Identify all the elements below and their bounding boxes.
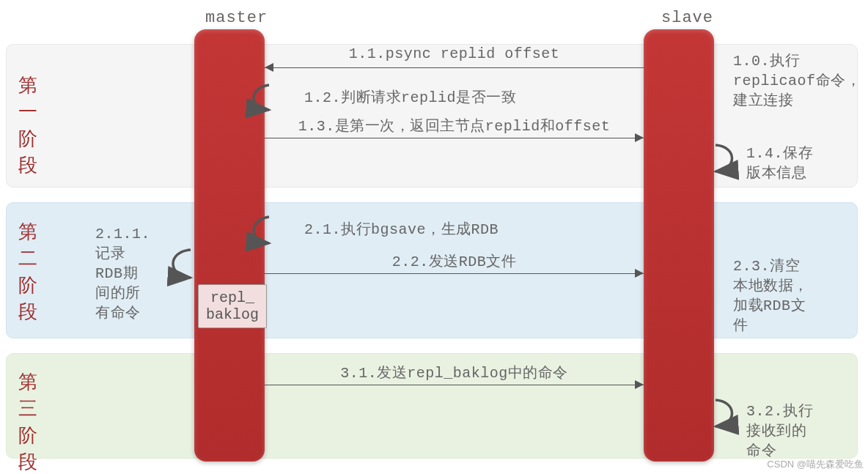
watermark: CSDN @喵先森爱吃鱼 [767,458,864,471]
msg-2-1-loop [265,212,309,248]
msg-1-1-label: 1.1.psync replid offset [265,45,644,62]
repl-baklog-box: repl_ baklog [198,284,267,328]
note-3-2: 3.2.执行 接收到的 命令 [746,401,813,461]
phase-2-label: 第二阶段 [18,220,38,327]
msg-3-1-label: 3.1.发送repl_baklog中的命令 [265,363,644,382]
slave-lifeline [644,29,714,462]
actor-slave-label: slave [661,9,713,27]
msg-2-1-1-loop [154,245,198,282]
msg-2-2-label: 2.2.发送RDB文件 [265,251,644,271]
msg-1-3-arrow: 1.3.是第一次，返回主节点replid和offset [265,130,644,145]
note-2-3: 2.3.清空 本地数据， 加载RDB文 件 [733,256,809,336]
note-1-0: 1.0.执行 replicaof命令， 建立连接 [733,51,861,111]
note-1-4: 1.4.保存 版本信息 [746,144,813,183]
actor-master-label: master [205,9,268,27]
msg-1-2-loop [265,81,309,114]
phase-1-label: 第一阶段 [18,73,38,180]
msg-1-3-label: 1.3.是第一次，返回主节点replid和offset [265,116,644,136]
msg-1-1-arrow: 1.1.psync replid offset [265,60,644,75]
msg-2-2-arrow: 2.2.发送RDB文件 [265,266,644,281]
msg-2-1-label: 2.1.执行bgsave，生成RDB [304,220,499,240]
note-2-1-1: 2.1.1. 记录 RDB期 间的所 有命令 [95,224,150,323]
msg-3-1-arrow: 3.1.发送repl_baklog中的命令 [265,377,644,392]
phase-3-label: 第三阶段 [18,370,38,474]
msg-1-2-label: 1.2.判断请求replid是否一致 [304,88,516,108]
arrow-left-icon [265,63,273,72]
